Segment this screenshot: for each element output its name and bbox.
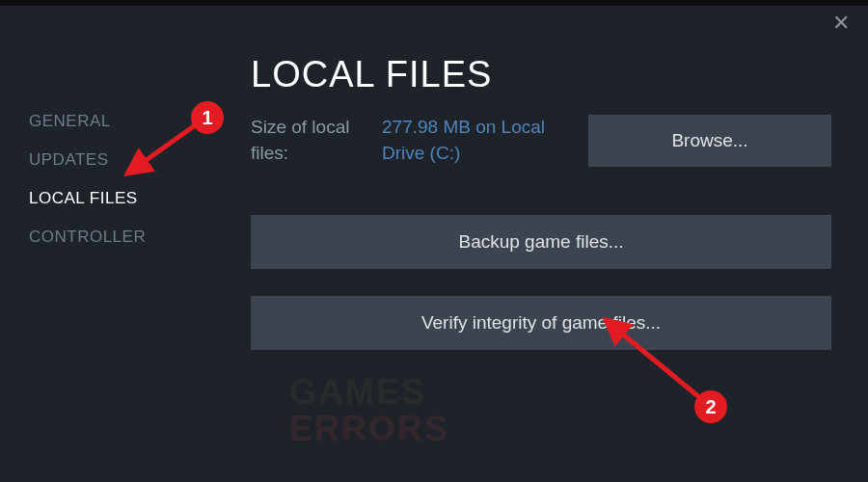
sidebar-item-label: CONTROLLER	[29, 228, 146, 246]
sidebar-item-label: GENERAL	[29, 112, 111, 130]
backup-button-label: Backup game files...	[458, 231, 623, 252]
properties-window: ✕ GENERAL UPDATES LOCAL FILES CONTROLLER…	[0, 0, 868, 482]
sidebar-item-updates[interactable]: UPDATES	[29, 141, 222, 179]
verify-integrity-button-label: Verify integrity of game files...	[421, 312, 661, 333]
page-title: LOCAL FILES	[251, 54, 831, 95]
size-row: Size of local files: 277.98 MB on Local …	[251, 115, 831, 167]
verify-integrity-button[interactable]: Verify integrity of game files...	[251, 296, 831, 350]
size-label: Size of local files:	[251, 115, 365, 166]
browse-button[interactable]: Browse...	[588, 115, 831, 167]
watermark-line1: GAMES	[289, 374, 449, 411]
annotation-marker-2: 2	[694, 390, 727, 423]
annotation-marker-1: 1	[191, 101, 224, 134]
browse-button-label: Browse...	[671, 130, 747, 150]
watermark-line2: ERRORS	[289, 411, 449, 447]
backup-button[interactable]: Backup game files...	[251, 215, 831, 269]
sidebar-item-local-files[interactable]: LOCAL FILES	[29, 179, 222, 218]
sidebar-item-controller[interactable]: CONTROLLER	[29, 218, 222, 256]
sidebar-item-label: LOCAL FILES	[29, 189, 138, 207]
annotation-marker-1-label: 1	[202, 107, 212, 129]
watermark: GAMES ERRORS	[289, 374, 449, 447]
sidebar: GENERAL UPDATES LOCAL FILES CONTROLLER	[0, 6, 222, 482]
annotation-marker-2-label: 2	[705, 396, 716, 418]
sidebar-item-label: UPDATES	[29, 150, 109, 169]
size-value: 277.98 MB on Local Drive (C:)	[382, 115, 556, 166]
